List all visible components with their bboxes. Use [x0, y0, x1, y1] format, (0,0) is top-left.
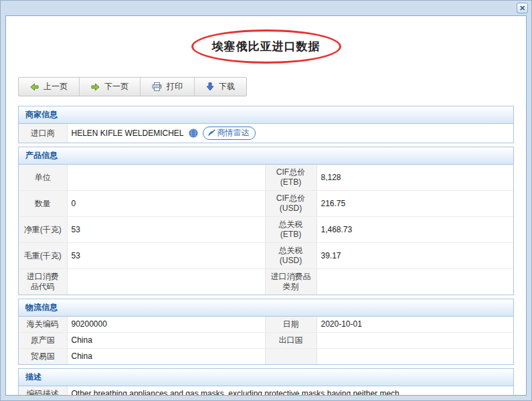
field-label: 进口消费品类别 [265, 269, 317, 295]
product-table: 单位 CIF总价(ETB) 8,128 数量 0 CIF总价(USD) 216.… [19, 165, 513, 295]
field-value [317, 269, 513, 295]
table-row: 编码描述 Other breathing appliances and gas … [19, 386, 513, 396]
section-logistics-info: 物流信息 海关编码 90200000 日期 2020-10-01 原产国 Chi… [18, 299, 514, 365]
field-value [317, 333, 513, 349]
table-row: 海关编码 90200000 日期 2020-10-01 [19, 317, 513, 333]
arrow-down-icon [206, 82, 214, 91]
field-value: 1,468.73 [317, 217, 513, 243]
table-row: 进口消费品代码 进口消费品类别 [19, 269, 513, 295]
importer-value: HELEN KIFLE WELDEMICHEL [72, 129, 184, 139]
arrow-left-icon [30, 83, 39, 91]
dialog-content-panel: 埃塞俄比亚进口数据 上一页 下一页 [5, 15, 527, 396]
field-value [317, 349, 513, 365]
field-label: 出口国 [265, 333, 317, 349]
pager-toolbar: 上一页 下一页 打印 [18, 77, 247, 96]
prev-page-label: 上一页 [43, 81, 68, 92]
section-description: 描述 编码描述 Other breathing appliances and g… [18, 368, 514, 396]
field-value: China [67, 349, 265, 365]
section-merchant-info: 商家信息 进口商 HELEN KIFLE WELDEMICHEL [18, 106, 514, 143]
download-button[interactable]: 下载 [194, 78, 246, 96]
download-label: 下载 [219, 81, 235, 92]
field-value: Other breathing appliances and gas masks… [67, 386, 513, 396]
section-header-product: 产品信息 [19, 147, 513, 165]
prev-page-button[interactable]: 上一页 [19, 78, 79, 96]
field-label: CIF总价(USD) [265, 191, 317, 217]
field-label: 总关税(ETB) [265, 217, 317, 243]
field-label [265, 349, 317, 365]
field-value: 216.75 [317, 191, 513, 217]
merchant-table: 进口商 HELEN KIFLE WELDEMICHEL [19, 124, 513, 143]
business-radar-button[interactable]: 商情雷达 [203, 127, 256, 140]
field-label: 贸易国 [19, 349, 67, 365]
table-row: 贸易国 China [19, 349, 513, 365]
description-table: 编码描述 Other breathing appliances and gas … [19, 386, 513, 396]
section-header-logistics: 物流信息 [19, 299, 513, 317]
section-header-merchant: 商家信息 [19, 106, 513, 124]
table-row: 单位 CIF总价(ETB) 8,128 [19, 165, 513, 191]
section-product-info: 产品信息 单位 CIF总价(ETB) 8,128 数量 0 CIF总价(USD)… [18, 147, 514, 295]
field-label: 海关编码 [19, 317, 67, 333]
table-row: 净重(千克) 53 总关税(ETB) 1,468.73 [19, 217, 513, 243]
field-value: 39.17 [317, 243, 513, 269]
field-label: 原产国 [19, 333, 67, 349]
field-label: 单位 [19, 165, 67, 191]
print-label: 打印 [167, 81, 183, 92]
field-label: 总关税 (USD) [265, 243, 317, 269]
field-value: China [67, 333, 265, 349]
close-icon[interactable]: ✕ [517, 3, 528, 13]
field-label: 编码描述 [19, 386, 67, 396]
satellite-dish-icon [207, 129, 215, 137]
print-button[interactable]: 打印 [140, 78, 194, 96]
field-label: 进口消费品代码 [19, 269, 67, 295]
field-value [67, 269, 265, 295]
dialog-window: ✕ 埃塞俄比亚进口数据 上一页 下一页 [0, 0, 532, 401]
section-header-description: 描述 [19, 369, 513, 386]
dialog-titlebar: ✕ [1, 1, 531, 15]
printer-icon [152, 82, 162, 91]
red-highlight-ellipse: 埃塞俄比亚进口数据 [191, 29, 341, 64]
field-value: 53 [67, 243, 265, 269]
globe-icon[interactable] [189, 129, 198, 138]
logistics-table: 海关编码 90200000 日期 2020-10-01 原产国 China 出口… [19, 317, 513, 364]
field-value: 90200000 [67, 317, 265, 333]
page-title: 埃塞俄比亚进口数据 [212, 40, 321, 53]
table-row: 原产国 China 出口国 [19, 333, 513, 349]
table-row: 数量 0 CIF总价(USD) 216.75 [19, 191, 513, 217]
field-label: CIF总价(ETB) [265, 165, 317, 191]
table-row: 进口商 HELEN KIFLE WELDEMICHEL [19, 124, 513, 143]
arrow-right-icon [91, 83, 100, 91]
field-value: 2020-10-01 [317, 317, 513, 333]
business-radar-label: 商情雷达 [217, 128, 250, 138]
field-label: 数量 [19, 191, 67, 217]
next-page-label: 下一页 [104, 81, 128, 92]
next-page-button[interactable]: 下一页 [79, 78, 140, 96]
field-label: 日期 [265, 317, 317, 333]
field-value: 0 [67, 191, 265, 217]
title-area: 埃塞俄比亚进口数据 [18, 29, 514, 68]
importer-label: 进口商 [19, 124, 67, 143]
field-value: 8,128 [317, 165, 513, 191]
field-value: 53 [67, 217, 265, 243]
table-row: 毛重(千克) 53 总关税 (USD) 39.17 [19, 243, 513, 269]
field-label: 毛重(千克) [19, 243, 67, 269]
field-label: 净重(千克) [19, 217, 67, 243]
field-value [67, 165, 265, 191]
